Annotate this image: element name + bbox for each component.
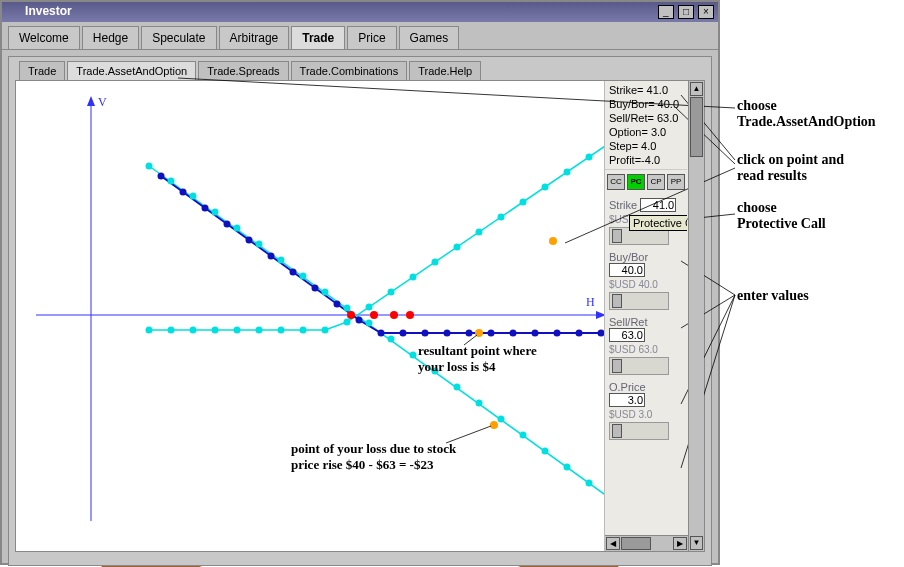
svg-point-59 <box>356 317 363 324</box>
svg-point-51 <box>180 189 187 196</box>
ext-anno-click-1: click on point and <box>737 152 844 167</box>
chart-svg: V H <box>16 81 604 551</box>
java-icon <box>6 6 20 20</box>
readout-step: Step= 4.0 <box>609 139 683 153</box>
svg-point-8 <box>190 193 197 200</box>
scroll-thumb-h[interactable] <box>621 537 651 550</box>
svg-point-32 <box>234 327 241 334</box>
btn-pp[interactable]: PP <box>667 174 685 190</box>
svg-point-62 <box>422 330 429 337</box>
axis-v-label: V <box>98 95 107 109</box>
svg-point-63 <box>444 330 451 337</box>
svg-point-15 <box>344 305 351 312</box>
readout-option: Option= 3.0 <box>609 125 683 139</box>
svg-point-29 <box>168 327 175 334</box>
input-oprice[interactable] <box>609 393 645 407</box>
svg-point-39 <box>388 289 395 296</box>
ext-anno-enter-values: enter values <box>737 288 809 303</box>
subtab-trade[interactable]: Trade <box>19 61 65 80</box>
readout-profit: Profit=-4.0 <box>609 153 683 167</box>
field-sellret: Sell/Ret <box>607 314 685 344</box>
anno-resultant-2: your loss is $4 <box>418 359 496 374</box>
svg-point-20 <box>454 384 461 391</box>
scroll-down-icon[interactable]: ▼ <box>690 536 703 550</box>
subtab-spreads[interactable]: Trade.Spreads <box>198 61 288 80</box>
anno-loss-1: point of your loss due to stock <box>291 441 457 456</box>
svg-point-56 <box>290 269 297 276</box>
svg-point-60 <box>378 330 385 337</box>
slider-oprice[interactable] <box>609 422 669 440</box>
svg-point-72 <box>370 311 378 319</box>
svg-point-66 <box>510 330 517 337</box>
svg-point-13 <box>300 273 307 280</box>
btn-cc[interactable]: CC <box>607 174 625 190</box>
ext-anno-protective-call: Protective Call <box>737 216 826 231</box>
input-buybor[interactable] <box>609 263 645 277</box>
usd-oprice: $USD 3.0 <box>609 409 683 420</box>
anno-loss-2: price rise $40 - $63 = -$23 <box>291 457 434 472</box>
scrollbar-horizontal[interactable]: ◀ ▶ <box>605 535 688 551</box>
payoff-chart[interactable]: V H <box>16 81 604 551</box>
svg-point-64 <box>466 330 473 337</box>
svg-point-7 <box>168 178 175 185</box>
side-panel: ▲ ▼ ◀ ▶ Strike= 41.0 Buy/Bor= 40.0 Sell/… <box>604 81 704 551</box>
svg-point-65 <box>488 330 495 337</box>
label-sellret: Sell/Ret <box>609 316 648 328</box>
content-area: V H <box>15 80 705 552</box>
svg-point-77 <box>549 237 557 245</box>
subtab-help[interactable]: Trade.Help <box>409 61 481 80</box>
svg-point-33 <box>256 327 263 334</box>
svg-point-55 <box>268 253 275 260</box>
app-window: Investor _ □ × Welcome Hedge Speculate A… <box>0 0 720 565</box>
svg-point-26 <box>586 480 593 487</box>
subtab-combinations[interactable]: Trade.Combinations <box>291 61 408 80</box>
svg-point-40 <box>410 274 417 281</box>
label-oprice: O.Price <box>609 381 646 393</box>
svg-point-10 <box>234 225 241 232</box>
scroll-left-icon[interactable]: ◀ <box>606 537 620 550</box>
label-strike: Strike <box>609 199 637 211</box>
btn-pc[interactable]: PC <box>627 174 645 190</box>
svg-point-45 <box>520 199 527 206</box>
svg-point-41 <box>432 259 439 266</box>
main-panel: Trade Trade.AssetAndOption Trade.Spreads… <box>8 56 712 566</box>
subtab-asset-option[interactable]: Trade.AssetAndOption <box>67 61 196 80</box>
tooltip-protective-call: Protective Call <box>629 215 687 231</box>
svg-point-22 <box>498 416 505 423</box>
svg-point-30 <box>190 327 197 334</box>
svg-point-50 <box>158 173 165 180</box>
svg-point-12 <box>278 257 285 264</box>
usd-buybor: $USD 40.0 <box>609 279 683 290</box>
ext-anno-choose-1: choose <box>737 98 777 113</box>
svg-point-17 <box>388 336 395 343</box>
svg-point-53 <box>224 221 231 228</box>
btn-cp[interactable]: CP <box>647 174 665 190</box>
scrollbar-vertical[interactable]: ▲ ▼ <box>688 81 704 551</box>
slider-buybor[interactable] <box>609 292 669 310</box>
input-sellret[interactable] <box>609 328 645 342</box>
svg-point-48 <box>586 154 593 161</box>
svg-marker-3 <box>87 96 95 106</box>
input-strike[interactable] <box>640 198 676 212</box>
slider-sellret[interactable] <box>609 357 669 375</box>
svg-point-73 <box>390 311 398 319</box>
scroll-thumb-v[interactable] <box>690 97 703 157</box>
anno-resultant-1: resultant point where <box>418 343 537 358</box>
scroll-up-icon[interactable]: ▲ <box>690 82 703 96</box>
svg-point-35 <box>300 327 307 334</box>
svg-point-58 <box>334 301 341 308</box>
svg-point-34 <box>278 327 285 334</box>
label-buybor: Buy/Bor <box>609 251 648 263</box>
axis-h-label: H <box>586 295 595 309</box>
ext-anno-click-2: read results <box>737 168 807 183</box>
svg-point-54 <box>246 237 253 244</box>
svg-point-69 <box>576 330 583 337</box>
svg-point-46 <box>542 184 549 191</box>
svg-point-11 <box>256 241 263 248</box>
scroll-right-icon[interactable]: ▶ <box>673 537 687 550</box>
ext-anno-choose-2: choose <box>737 200 777 215</box>
svg-point-74 <box>406 311 414 319</box>
svg-point-44 <box>498 214 505 221</box>
svg-point-9 <box>212 209 219 216</box>
field-oprice: O.Price <box>607 379 685 409</box>
